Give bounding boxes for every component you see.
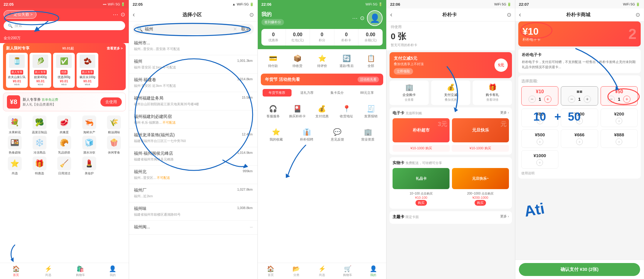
qty-plus-2[interactable]: + (623, 96, 630, 103)
list-item-0[interactable]: 福州市... 福州...普安街...晋安路 不可配送 (129, 37, 257, 55)
cat-drinks[interactable]: 🧊酒水冷饮 (77, 136, 101, 155)
cat-hot[interactable]: 🍱热食卤味 (3, 136, 27, 155)
cat-special[interactable]: 🎁特惠选 (28, 157, 51, 176)
theme-more[interactable]: 更多 › (500, 214, 509, 220)
amount-50[interactable]: ¥50 − 1 + (601, 86, 638, 106)
list-item-1[interactable]: 福州 1,001.3km 福州·晋安区·近1km 不可配送 (129, 55, 257, 74)
qty-plus-0[interactable]: + (544, 96, 551, 103)
order-pending-receive[interactable]: 📦 待收货 (285, 55, 310, 68)
clear-icon-2[interactable]: ✕ (233, 26, 237, 32)
amount-200[interactable]: ¥200 + (601, 109, 638, 127)
list-item-9[interactable]: 福州味 1,008.8km 福建省福州市鼓楼区通湖路65号 (129, 202, 257, 221)
product-1[interactable]: 🥬 新人专享 娃菜400g ¥0.01 ¥2.0 (30, 53, 51, 88)
back-button-2[interactable]: ‹ (133, 11, 135, 19)
nav-cart[interactable]: 🛍️ 购物车 (65, 263, 97, 279)
more-icon-3[interactable]: ⋯ (352, 15, 358, 21)
cat-dairy[interactable]: 🥐乳品烘焙 (52, 136, 76, 155)
cat-veg[interactable]: 🥦蔬菜豆制品 (28, 116, 51, 135)
tool-fav[interactable]: ⭐ 我的收藏 (261, 128, 292, 142)
scan-icon-3[interactable]: ⊙ (360, 15, 365, 21)
gift-card[interactable]: 礼品卡 (393, 168, 450, 189)
tool-buy-card[interactable]: 🎴 购买朴朴卡 (285, 105, 310, 119)
search-bar[interactable]: 🔍 搜索 (4, 21, 125, 30)
amount-80[interactable]: ¥80 + (521, 109, 558, 127)
qty-minus-1[interactable]: − (568, 96, 575, 103)
qty-minus-2[interactable]: − (608, 96, 615, 103)
order-pending-pay[interactable]: 💳 待付款 (261, 55, 285, 68)
list-item-6[interactable]: 福州·福州闽侯元峰店 1,014.9km 福建省福州市闽侯县元峰路 (129, 147, 257, 166)
tool-service[interactable]: 🎧 客服服务 (261, 105, 285, 119)
stat-redpack[interactable]: 0.00 红包(元) (286, 29, 310, 46)
add-btn-666[interactable]: + (563, 138, 596, 145)
scan-icon[interactable]: ⊙ (121, 11, 125, 18)
nav3-cat[interactable]: 📂 分类 (283, 263, 309, 279)
list-item-5[interactable]: 福州龙泽装饰(福州店) 12.4km 福建省福州市台江区江一七中旁760 (129, 129, 257, 147)
district-search-input[interactable] (145, 27, 231, 32)
tab-collect[interactable]: 集卡瓜分 (323, 89, 352, 97)
tab-88[interactable]: 88元立享 (353, 89, 382, 97)
tool-recruit[interactable]: 👔 朴朴招聘 (292, 128, 322, 142)
list-item-7[interactable]: 福州北 999km 福州...晋安区... 不可配送 (129, 166, 257, 184)
add-btn-100[interactable]: + (563, 118, 596, 124)
list-item-2[interactable]: 福州·福建卷 1,014.8km 福州·晋安区·近3km 不可配送 (129, 74, 257, 92)
stat-coupon[interactable]: 0 优惠券 (261, 29, 286, 46)
promo-cta[interactable]: 立即领取 (394, 68, 413, 75)
tool-pay-discount[interactable]: 💰 支付优惠 (310, 105, 334, 119)
tab-new-year[interactable]: 年货节推荐 (263, 89, 292, 97)
buy-btn-0[interactable]: 购买 (415, 200, 427, 206)
product-2[interactable]: ✅ 优惠 优选300g ¥0.01 ¥8.0 (53, 53, 75, 88)
checkin-btn[interactable]: 签到赚朴分 (261, 19, 284, 25)
amount-mask[interactable]: ■■ − 1 + (561, 86, 598, 106)
tab-gift[interactable]: 送礼力荐 (293, 89, 322, 97)
list-item-4[interactable]: 福州福建刘必建民宿 福州·长乐·福辉路... 不可配送 (129, 110, 257, 129)
ecard-item-0[interactable]: 朴朴超市 3元 (393, 118, 450, 142)
amount-666[interactable]: ¥666 + (561, 129, 598, 148)
stat-card[interactable]: 0 朴朴卡 (334, 29, 359, 46)
ecard-item-1[interactable]: 元旦快乐 元 (452, 118, 509, 142)
festival-cta[interactable]: 活动抢先看 (358, 77, 379, 82)
qty-minus-0[interactable]: − (529, 96, 536, 103)
stat-points[interactable]: 0 朴分 (310, 29, 334, 46)
more-icon[interactable]: ⋯ (113, 11, 118, 18)
more-btn-2[interactable]: ⊙ (249, 11, 254, 18)
tool-invoice[interactable]: 🧾 发票报销 (359, 105, 383, 119)
product-3[interactable]: 🫘 新人专享 豌豆尖100g ¥0.01 ¥5.8 (77, 53, 98, 88)
nav3-my[interactable]: 👤 我的 (361, 263, 386, 279)
cat-fruits[interactable]: 💐水果鲜花 (3, 116, 27, 135)
nav3-cart[interactable]: 🛒 购物车 (335, 263, 361, 279)
location-button[interactable]: 📍 定位失败 > (4, 10, 36, 19)
nav3-home[interactable]: 🏠 首页 (258, 263, 283, 279)
gift-card-2[interactable]: 元旦快乐~ (452, 168, 509, 189)
tool-address[interactable]: 📍 收货地址 (334, 105, 359, 119)
grid-gift[interactable]: 🎁 购卡有礼 查看详情 (473, 81, 512, 105)
amount-100[interactable]: ¥100 + (561, 109, 598, 127)
p2-search-bar[interactable]: 🔍 ✕ 取消 (133, 24, 254, 34)
use-coupon-button[interactable]: 去使用 (100, 97, 122, 106)
cat-beauty[interactable]: 💄美妆护 (77, 157, 101, 176)
cancel-btn-2[interactable]: 取消 (241, 27, 250, 32)
buy-btn-1[interactable]: 购买 (475, 200, 486, 206)
order-pending-review[interactable]: ⭐ 待评价 (310, 55, 334, 68)
amount-500[interactable]: ¥500 + (521, 129, 558, 148)
add-btn-200[interactable]: + (603, 118, 636, 124)
add-btn-888[interactable]: + (603, 138, 636, 145)
cat-seafood[interactable]: 🦐海鲜水产 (77, 116, 101, 135)
more-btn-5[interactable]: ⊙ (636, 11, 640, 18)
tool-license[interactable]: 🏢 营业资质 (353, 128, 384, 142)
nav-select[interactable]: ⚡ 尚选 (32, 263, 65, 279)
order-all[interactable]: 📋 全部 (359, 55, 383, 68)
tool-feedback[interactable]: 💬 意见反馈 (322, 128, 353, 142)
back-btn-5[interactable]: ‹ (519, 11, 521, 19)
user-avatar[interactable]: 👤 (367, 10, 383, 26)
stat-balance[interactable]: 0.00 余额(元) (358, 29, 383, 46)
grid-pay-reduce[interactable]: 💰 支付立减 叠加优惠 (431, 81, 470, 105)
nav-my[interactable]: 👤 我的 (96, 263, 129, 279)
grid-enterprise[interactable]: 🏢 企业购卡 去查看 (390, 81, 429, 105)
cat-meat[interactable]: 🥩肉禽蛋 (52, 116, 76, 135)
add-btn-500[interactable]: + (523, 138, 556, 145)
list-item-10[interactable]: 福州闽... ... (129, 221, 257, 235)
amount-1000[interactable]: ¥1000 + (521, 150, 558, 169)
amount-10[interactable]: ¥10 − 1 + (521, 86, 558, 106)
amount-888[interactable]: ¥888 + (601, 129, 638, 148)
cat-grain[interactable]: 🌾粮油调味 (102, 116, 126, 135)
